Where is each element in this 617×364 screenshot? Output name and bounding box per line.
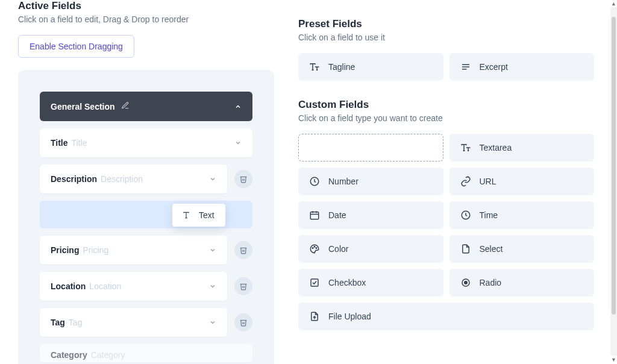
field-placeholder: Category [91, 350, 125, 360]
field-placeholder: Pricing [83, 245, 108, 255]
number-icon [309, 176, 320, 187]
svg-point-11 [316, 248, 317, 249]
type-label: Checkbox [328, 278, 366, 287]
field-name: Tag [51, 318, 65, 327]
field-placeholder: Title [72, 138, 87, 148]
text-icon [181, 210, 192, 221]
svg-rect-12 [311, 279, 318, 286]
checkbox-icon [309, 277, 320, 288]
custom-select[interactable]: Select [449, 235, 595, 263]
svg-rect-4 [310, 212, 319, 219]
type-label: File Upload [328, 312, 371, 321]
type-label: Time [480, 210, 498, 220]
edit-icon [121, 101, 130, 111]
section-header-label: General Section [51, 102, 115, 111]
active-fields-subtitle: Click on a field to edit, Drag & Drop to… [18, 14, 274, 24]
dragging-label: Text [199, 210, 215, 220]
preset-fields-subtitle: Click on a field to use it [298, 33, 594, 42]
chevron-down-icon [209, 319, 216, 326]
delete-button[interactable] [234, 313, 252, 331]
preset-tagline[interactable]: Tagline [298, 53, 443, 81]
text-size-icon [460, 142, 471, 153]
type-label: Textarea [480, 143, 512, 152]
clock-icon [460, 210, 471, 221]
section-header[interactable]: General Section [40, 92, 252, 121]
custom-url[interactable]: URL [449, 168, 595, 195]
field-name: Title [51, 138, 68, 148]
field-card-tag[interactable]: Tag Tag [40, 308, 227, 337]
chevron-down-icon [234, 139, 242, 146]
chevron-down-icon [209, 283, 216, 290]
custom-date[interactable]: Date [298, 201, 443, 229]
preset-excerpt[interactable]: Excerpt [449, 53, 595, 81]
field-placeholder: Location [89, 281, 121, 291]
type-label: URL [480, 177, 496, 186]
enable-section-dragging-button[interactable]: Enable Section Dragging [18, 35, 134, 58]
field-placeholder: Tag [69, 318, 83, 327]
active-fields-container: General Section Title Title [18, 70, 274, 364]
upload-icon [309, 311, 320, 322]
field-card-location[interactable]: Location Location [40, 272, 227, 301]
link-icon [460, 176, 471, 187]
delete-button[interactable] [234, 170, 252, 188]
field-placeholder: Description [101, 174, 143, 184]
scrollbar-thumb[interactable] [612, 17, 616, 315]
text-size-icon [309, 61, 320, 72]
custom-color[interactable]: Color [298, 235, 443, 263]
calendar-icon [309, 210, 320, 221]
custom-file-upload[interactable]: File Upload [298, 303, 594, 330]
type-label: Select [480, 244, 503, 254]
preset-fields-title: Preset Fields [298, 18, 594, 30]
type-label: Excerpt [480, 62, 508, 72]
custom-number[interactable]: Number [298, 168, 443, 195]
file-icon [460, 243, 471, 254]
custom-checkbox[interactable]: Checkbox [298, 269, 443, 297]
field-name: Pricing [51, 245, 79, 255]
custom-fields-subtitle: Click on a field type you want to create [298, 113, 594, 123]
field-name: Category [51, 350, 87, 360]
field-card-pricing[interactable]: Pricing Pricing [40, 236, 227, 265]
custom-text-drop-origin[interactable] [298, 134, 443, 162]
active-fields-title: Active Fields [18, 0, 274, 12]
svg-point-14 [464, 281, 467, 284]
chevron-up-icon [234, 103, 242, 110]
field-card-description[interactable]: Description Description [40, 165, 227, 193]
type-label: Tagline [328, 62, 355, 72]
field-card-title[interactable]: Title Title [40, 128, 252, 157]
type-label: Date [328, 210, 346, 220]
delete-button[interactable] [234, 277, 252, 295]
type-label: Radio [480, 278, 502, 287]
field-name: Description [51, 174, 97, 184]
custom-textarea[interactable]: Textarea [449, 134, 595, 162]
chevron-down-icon [209, 246, 216, 254]
dragging-text-field[interactable]: Text [172, 204, 225, 227]
svg-point-10 [314, 246, 315, 248]
radio-icon [460, 277, 471, 288]
type-label: Color [328, 244, 348, 254]
custom-fields-title: Custom Fields [298, 99, 594, 111]
scroll-up-arrow[interactable]: ▲ [611, 1, 616, 7]
field-card-category[interactable]: Category Category [40, 344, 252, 362]
custom-radio[interactable]: Radio [449, 269, 595, 297]
palette-icon [309, 243, 320, 254]
custom-time[interactable]: Time [449, 201, 595, 229]
delete-button[interactable] [234, 241, 252, 259]
type-label: Number [328, 177, 359, 186]
lines-icon [460, 61, 471, 72]
chevron-down-icon [209, 175, 216, 183]
svg-point-9 [312, 248, 313, 249]
scroll-down-arrow[interactable]: ▼ [611, 357, 616, 363]
field-name: Location [51, 281, 86, 291]
